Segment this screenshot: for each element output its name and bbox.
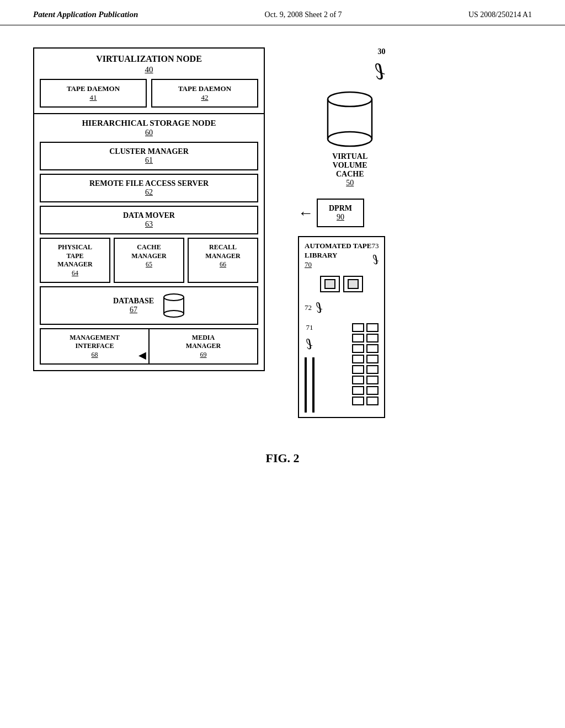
atl-num-right: 73 bbox=[371, 242, 379, 250]
hsn-num: 60 bbox=[40, 129, 258, 137]
svg-point-3 bbox=[164, 311, 184, 317]
tape-cell bbox=[366, 376, 379, 384]
header-right: US 2008/250214 A1 bbox=[468, 10, 532, 19]
tape-row-3 bbox=[352, 344, 379, 353]
media-manager-num: 69 bbox=[154, 351, 253, 359]
tape-cell bbox=[366, 334, 379, 342]
left-column: VIRTUALIZATION NODE 40 TAPE DAEMON 41 TA… bbox=[33, 47, 265, 371]
physical-tape-manager-title: PHYSICALTAPEMANAGER bbox=[44, 243, 106, 269]
tape-cell bbox=[352, 397, 364, 405]
tape-row-7 bbox=[352, 386, 379, 395]
database-num: 67 bbox=[113, 306, 154, 314]
tape-daemon-row: TAPE DAEMON 41 TAPE DAEMON 42 bbox=[40, 79, 258, 108]
atl-box: AUTOMATED TAPELIBRARY 70 73 ℓ 72 bbox=[298, 236, 385, 418]
cache-manager-title: CACHEMANAGER bbox=[118, 243, 180, 260]
left-arrow-icon: ← bbox=[298, 204, 313, 222]
atl-header: AUTOMATED TAPELIBRARY 70 73 ℓ bbox=[305, 242, 379, 269]
diagram-area: VIRTUALIZATION NODE 40 TAPE DAEMON 41 TA… bbox=[0, 25, 565, 440]
management-interface-num: 68 bbox=[45, 351, 144, 359]
three-col-row: PHYSICALTAPEMANAGER 64 CACHEMANAGER 65 R… bbox=[40, 238, 258, 283]
management-interface-box: MANAGEMENTINTERFACE 68 ◀ bbox=[40, 328, 149, 365]
atl-num-right-block: 73 ℓ bbox=[371, 242, 379, 268]
data-mover-num: 63 bbox=[47, 220, 250, 229]
cluster-manager-title: CLUSTER MANAGER bbox=[47, 147, 250, 156]
cluster-manager-box: CLUSTER MANAGER 61 bbox=[40, 142, 258, 170]
remote-file-access-num: 62 bbox=[47, 188, 250, 197]
mgmt-media-row: MANAGEMENTINTERFACE 68 ◀ MEDIAMANAGER 69 bbox=[40, 328, 258, 365]
tape-cell bbox=[352, 386, 364, 395]
figure-caption: FIG. 2 bbox=[0, 451, 565, 465]
physical-tape-manager-box: PHYSICALTAPEMANAGER 64 bbox=[40, 238, 110, 283]
database-box: DATABASE 67 bbox=[40, 286, 258, 325]
tape-daemon-1-title: TAPE DAEMON bbox=[46, 84, 140, 93]
cache-manager-box: CACHEMANAGER 65 bbox=[114, 238, 184, 283]
management-arrow-icon: ◀ bbox=[138, 349, 146, 361]
database-title: DATABASE bbox=[113, 297, 154, 306]
vvc-cylinder-icon bbox=[325, 89, 375, 150]
robot-arm-section: 71 ℓ bbox=[305, 323, 315, 413]
header-center: Oct. 9, 2008 Sheet 2 of 7 bbox=[265, 10, 342, 19]
tape-row-1 bbox=[352, 323, 379, 332]
rail-right bbox=[312, 357, 315, 413]
atl-num: 70 bbox=[305, 260, 371, 269]
tape-cell bbox=[366, 323, 379, 332]
dprm-title: DPRM bbox=[329, 204, 352, 213]
svg-point-7 bbox=[328, 132, 372, 146]
tape-row-5 bbox=[352, 365, 379, 374]
tape-daemon-1-box: TAPE DAEMON 41 bbox=[40, 79, 147, 108]
virtualization-node-box: VIRTUALIZATION NODE 40 TAPE DAEMON 41 TA… bbox=[33, 47, 265, 114]
tape-cell bbox=[366, 365, 379, 374]
recall-manager-num: 66 bbox=[192, 260, 254, 269]
robot-symbol-72: ℓ bbox=[316, 299, 323, 317]
dprm-box: DPRM 90 bbox=[317, 199, 364, 227]
tape-cell bbox=[366, 355, 379, 363]
dprm-row: ← DPRM 90 bbox=[298, 199, 385, 227]
network-30-section: 30 ℓ bbox=[298, 47, 385, 84]
tape-drive-inner-2 bbox=[348, 279, 359, 289]
tape-cell bbox=[352, 323, 364, 332]
svg-point-0 bbox=[164, 294, 184, 301]
header-left: Patent Application Publication bbox=[33, 10, 138, 19]
tape-daemon-1-num: 41 bbox=[46, 93, 140, 102]
tape-row-2 bbox=[352, 334, 379, 342]
vvc-title: VIRTUALVOLUMECACHE bbox=[332, 152, 367, 179]
rail-left bbox=[305, 357, 307, 413]
dprm-num: 90 bbox=[329, 213, 352, 222]
hsn-outer-box: HIERARCHICAL STORAGE NODE 60 CLUSTER MAN… bbox=[33, 114, 265, 371]
recall-manager-box: RECALLMANAGER 66 bbox=[188, 238, 258, 283]
database-cylinder-icon bbox=[163, 292, 185, 319]
tape-cartridge-grid bbox=[352, 323, 379, 405]
cache-manager-num: 65 bbox=[118, 260, 180, 269]
cluster-manager-num: 61 bbox=[47, 156, 250, 165]
data-mover-box: DATA MOVER 63 bbox=[40, 206, 258, 234]
robot-72-row: 72 ℓ bbox=[305, 299, 379, 317]
tape-cell bbox=[366, 386, 379, 395]
media-manager-title: MEDIAMANAGER bbox=[154, 334, 253, 351]
tape-drive-2 bbox=[343, 276, 363, 292]
management-interface-title: MANAGEMENTINTERFACE bbox=[45, 334, 144, 351]
tape-row-8 bbox=[352, 397, 379, 405]
tape-daemon-2-box: TAPE DAEMON 42 bbox=[151, 79, 258, 108]
tape-cell bbox=[352, 334, 364, 342]
tape-drive-1 bbox=[320, 276, 340, 292]
vvc-section: VIRTUALVOLUMECACHE 50 bbox=[315, 89, 385, 188]
database-text: DATABASE 67 bbox=[113, 297, 154, 314]
tape-cell bbox=[366, 397, 379, 405]
atl-title-block: AUTOMATED TAPELIBRARY 70 bbox=[305, 242, 371, 269]
tape-cell bbox=[352, 355, 364, 363]
data-mover-title: DATA MOVER bbox=[47, 211, 250, 220]
hsn-title: HIERARCHICAL STORAGE NODE bbox=[40, 119, 258, 128]
media-manager-box: MEDIAMANAGER 69 bbox=[149, 328, 258, 365]
robot-rail bbox=[305, 357, 315, 413]
vvc-num: 50 bbox=[346, 179, 354, 188]
recall-manager-title: RECALLMANAGER bbox=[192, 243, 254, 260]
atl-main-content: 71 ℓ bbox=[305, 323, 379, 413]
tape-daemon-2-num: 42 bbox=[158, 93, 252, 102]
physical-tape-manager-num: 64 bbox=[44, 269, 106, 277]
tape-cell bbox=[352, 344, 364, 353]
remote-file-access-title: REMOTE FILE ACCESS SERVER bbox=[47, 179, 250, 188]
page-header: Patent Application Publication Oct. 9, 2… bbox=[0, 0, 565, 25]
atl-network-symbol: ℓ bbox=[373, 251, 379, 268]
tape-row-4 bbox=[352, 355, 379, 363]
robot-symbol-71: ℓ bbox=[306, 335, 313, 353]
